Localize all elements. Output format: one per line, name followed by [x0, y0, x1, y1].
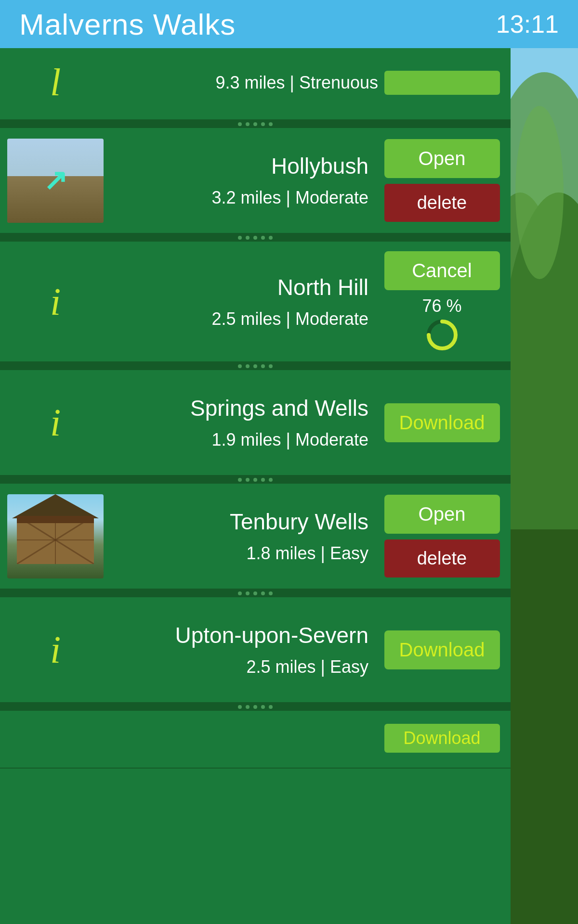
separator-5 [0, 590, 511, 597]
separator-1 [0, 120, 511, 128]
building-detail-icon [17, 516, 94, 564]
walk-actions-upton: Download [383, 630, 501, 669]
svg-point-10 [515, 106, 564, 279]
walk-thumbnail-tenbury [7, 494, 104, 578]
walk-thumbnail-upton: i [7, 608, 104, 692]
delete-button-hollybush[interactable]: delete [384, 184, 500, 222]
walk-actions-tenbury: Open delete [383, 495, 501, 578]
separator-3 [0, 362, 511, 370]
open-button-tenbury[interactable]: Open [384, 495, 500, 534]
walk-thumbnail-hollybush: ↗ [7, 139, 104, 223]
walk-item-partial-top: l 9.3 miles | Strenuous [0, 48, 511, 120]
walk-info-partial: 9.3 miles | Strenuous [104, 73, 383, 93]
walk-thumbnail-north-hill: i [7, 259, 104, 344]
walk-info-springs: Springs and Wells 1.9 miles | Moderate [113, 395, 373, 450]
walk-item-upton-upon-severn: i Upton-upon-Severn 2.5 miles | Easy Dow… [0, 597, 511, 703]
partial-download-label[interactable]: Download [403, 728, 480, 748]
walk-info-tenbury: Tenbury Wells 1.8 miles | Easy [104, 509, 373, 564]
info-icon-north-hill: i [50, 282, 61, 321]
walk-details-partial: 9.3 miles | Strenuous [215, 73, 378, 93]
header-time: 13:11 [496, 10, 559, 38]
info-icon-partial: l [7, 61, 104, 104]
walk-actions-springs: Download [383, 403, 501, 442]
walk-thumbnail-springs: i [7, 381, 104, 465]
walk-details-tenbury: 1.8 miles | Easy [247, 543, 368, 564]
walk-actions-partial-bottom: Download [383, 724, 501, 753]
walk-actions-hollybush: Open delete [383, 139, 501, 222]
main-content: l 9.3 miles | Strenuous ↗ Hollybush [0, 48, 578, 924]
walk-item-tenbury-wells: Tenbury Wells 1.8 miles | Easy Open dele… [0, 484, 511, 590]
walk-actions-north-hill: Cancel 76 % [383, 251, 501, 352]
walk-item-hollybush: ↗ Hollybush 3.2 miles | Moderate Open de… [0, 128, 511, 234]
walk-info-upton: Upton-upon-Severn 2.5 miles | Easy [113, 622, 373, 677]
download-button-springs[interactable]: Download [384, 403, 500, 442]
landscape-sidebar [511, 48, 578, 924]
separator-4 [0, 476, 511, 484]
delete-button-tenbury[interactable]: delete [384, 539, 500, 578]
walk-name-tenbury: Tenbury Wells [230, 509, 368, 535]
download-button-upton[interactable]: Download [384, 630, 500, 669]
header-title: Malverns Walks [19, 7, 236, 41]
cancel-button-north-hill[interactable]: Cancel [384, 251, 500, 290]
walks-list: l 9.3 miles | Strenuous ↗ Hollybush [0, 48, 511, 924]
landscape-svg [511, 48, 578, 924]
walk-name-hollybush: Hollybush [271, 153, 368, 179]
progress-percent-north-hill: 76 % [422, 296, 461, 316]
info-icon-springs: i [50, 403, 61, 442]
walk-item-springs-and-wells: i Springs and Wells 1.9 miles | Moderate… [0, 370, 511, 476]
walk-name-north-hill: North Hill [277, 274, 368, 300]
walk-name-upton: Upton-upon-Severn [175, 622, 368, 648]
walk-item-partial-bottom: Download [0, 711, 511, 769]
progress-container-north-hill: 76 % [422, 296, 461, 352]
progress-spinner-north-hill [425, 318, 459, 352]
walk-item-north-hill: i North Hill 2.5 miles | Moderate Cancel… [0, 242, 511, 362]
walk-name-springs: Springs and Wells [190, 395, 368, 421]
walk-details-hollybush: 3.2 miles | Moderate [212, 188, 369, 208]
walk-details-north-hill: 2.5 miles | Moderate [212, 309, 369, 329]
info-icon-upton: i [50, 630, 61, 669]
svg-rect-9 [511, 529, 578, 924]
walk-details-upton: 2.5 miles | Easy [247, 657, 368, 677]
walk-actions-partial [383, 71, 501, 95]
walk-details-springs: 1.9 miles | Moderate [212, 430, 369, 450]
app-header: Malverns Walks 13:11 [0, 0, 578, 48]
open-button-hollybush[interactable]: Open [384, 139, 500, 178]
building-roof-icon [12, 494, 99, 518]
separator-6 [0, 703, 511, 711]
walk-info-hollybush: Hollybush 3.2 miles | Moderate [104, 153, 373, 208]
separator-2 [0, 234, 511, 242]
trail-arrow-icon: ↗ [43, 166, 67, 195]
walk-info-north-hill: North Hill 2.5 miles | Moderate [113, 274, 373, 329]
